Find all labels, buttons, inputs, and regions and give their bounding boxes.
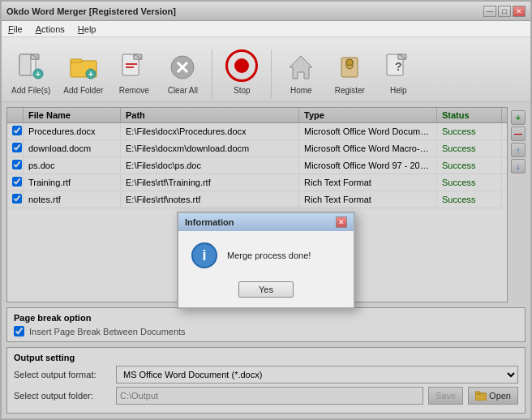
toolbar-separator-2: [271, 49, 272, 98]
svg-text:+: +: [36, 70, 41, 79]
title-bar: Okdo Word Merger [Registered Version] — …: [2, 2, 530, 21]
help-label: Help: [390, 86, 407, 95]
menu-file[interactable]: File: [5, 24, 26, 35]
svg-marker-18: [290, 56, 312, 79]
add-file-button[interactable]: + Add File(s): [8, 48, 54, 98]
modal-message: Merge process done!: [227, 251, 311, 260]
register-icon: [333, 51, 366, 84]
remove-label: Remove: [119, 86, 149, 95]
modal-overlay: Information ✕ i Merge process done! Yes: [2, 102, 530, 418]
clear-all-icon: [166, 51, 199, 84]
clear-all-label: Clear All: [168, 86, 198, 95]
clear-all-button[interactable]: Clear All: [161, 48, 204, 98]
register-button[interactable]: Register: [328, 48, 371, 98]
stop-label: Stop: [234, 86, 251, 95]
help-icon: ?: [382, 51, 414, 84]
window-title: Okdo Word Merger [Registered Version]: [6, 6, 176, 16]
info-icon: i: [191, 242, 217, 268]
close-button[interactable]: ✕: [513, 6, 526, 17]
svg-text:?: ?: [395, 60, 402, 73]
add-file-icon: +: [15, 51, 47, 84]
remove-icon: [118, 51, 150, 84]
modal-footer: Yes: [178, 276, 354, 307]
add-file-label: Add File(s): [11, 86, 50, 95]
svg-rect-7: [71, 59, 82, 62]
stop-icon: [224, 48, 260, 84]
main-content: File Name Path Type Status Procedures.do…: [2, 102, 530, 418]
menu-help[interactable]: Help: [75, 24, 100, 35]
menu-actions[interactable]: Actions: [32, 24, 68, 35]
modal-close-button[interactable]: ✕: [336, 216, 347, 228]
svg-text:+: +: [88, 70, 93, 79]
home-button[interactable]: Home: [280, 48, 322, 98]
modal-title: Information: [185, 217, 234, 227]
toolbar: + Add File(s) + Add Folder: [2, 37, 530, 102]
maximize-button[interactable]: □: [498, 6, 511, 17]
remove-button[interactable]: Remove: [113, 48, 155, 98]
window-controls: — □ ✕: [483, 6, 526, 17]
minimize-button[interactable]: —: [483, 6, 496, 17]
modal-body: i Merge process done!: [178, 231, 354, 276]
modal-title-bar: Information ✕: [178, 213, 354, 231]
yes-button[interactable]: Yes: [238, 281, 294, 298]
svg-rect-1: [19, 54, 31, 75]
information-dialog: Information ✕ i Merge process done! Yes: [177, 212, 355, 309]
home-icon: [285, 51, 317, 84]
register-label: Register: [335, 86, 365, 95]
home-label: Home: [290, 86, 312, 95]
main-window: Okdo Word Merger [Registered Version] — …: [0, 0, 532, 420]
stop-button[interactable]: Stop: [221, 45, 263, 98]
svg-point-20: [346, 59, 353, 66]
toolbar-separator-1: [212, 49, 212, 98]
add-folder-label: Add Folder: [63, 86, 103, 95]
help-button[interactable]: ? Help: [377, 48, 419, 98]
add-folder-button[interactable]: + Add Folder: [60, 48, 106, 98]
add-folder-icon: +: [67, 51, 100, 84]
menu-bar: File Actions Help: [2, 21, 530, 37]
